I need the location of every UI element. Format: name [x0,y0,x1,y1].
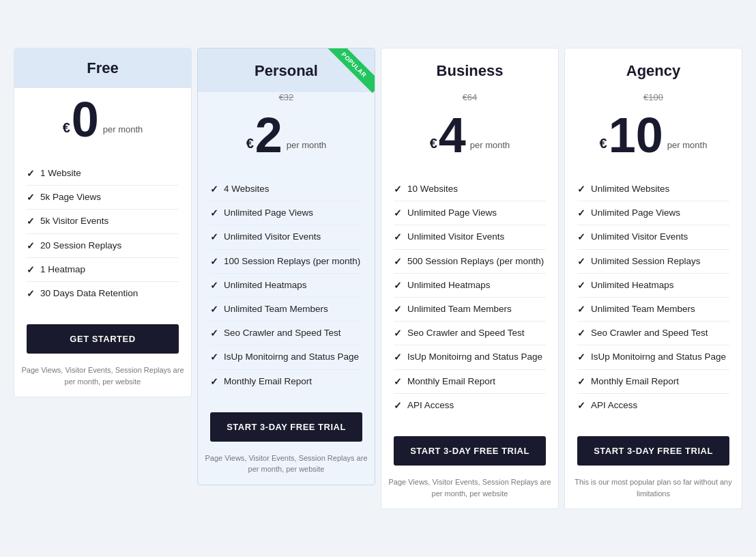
cta-button-agency[interactable]: START 3-DAY FREE TRIAL [577,436,729,466]
price-section-business: €4per month [394,104,546,162]
check-icon: ✓ [577,280,585,291]
feature-item: ✓Unlimited Heatmaps [394,274,546,298]
feature-item: ✓Monthly Email Report [210,370,362,393]
feature-item: ✓30 Days Data Retention [27,282,179,305]
feature-text: IsUp Monitoirng and Status Page [224,351,359,363]
check-icon: ✓ [394,328,402,339]
feature-text: Seo Crawler and Speed Test [591,327,708,339]
feature-item: ✓1 Website [27,162,179,186]
check-icon: ✓ [27,264,35,275]
per-month-free: per month [100,124,143,144]
cta-button-free[interactable]: GET STARTED [27,324,179,354]
check-icon: ✓ [577,352,585,362]
feature-item: ✓Monthly Email Report [577,370,729,394]
feature-text: API Access [591,399,637,412]
cta-section-free: GET STARTED [14,316,191,359]
plan-card-personal: POPULARPersonal€32€2per month✓4 Websites… [197,48,375,485]
check-icon: ✓ [577,376,585,387]
check-icon: ✓ [577,304,585,315]
per-month-business: per month [467,140,510,160]
feature-item: ✓Unlimited Team Members [577,298,729,322]
feature-text: Unlimited Session Replays [591,255,701,268]
feature-text: Unlimited Visitor Events [224,231,321,243]
feature-text: Unlimited Team Members [407,303,512,315]
price-section-free: €0per month [27,88,179,147]
check-icon: ✓ [27,192,35,203]
feature-item: ✓IsUp Monitoirng and Status Page [394,345,546,369]
check-icon: ✓ [394,400,402,411]
check-icon: ✓ [577,231,585,242]
feature-item: ✓API Access [394,394,546,417]
cta-button-business[interactable]: START 3-DAY FREE TRIAL [394,436,546,466]
feature-item: ✓10 Websites [394,177,546,201]
check-icon: ✓ [577,256,585,267]
check-icon: ✓ [394,304,402,315]
plan-header-free: Free [14,48,191,88]
feature-item: ✓Unlimited Visitor Events [577,225,729,249]
feature-text: Seo Crawler and Speed Test [407,327,525,339]
cta-section-business: START 3-DAY FREE TRIAL [381,428,558,471]
features-list-agency: ✓Unlimited Websites✓Unlimited Page Views… [565,167,742,428]
check-icon: ✓ [394,352,402,362]
original-price-business: €64 [394,92,546,102]
feature-item: ✓Unlimited Page Views [577,201,729,225]
pricing-container: Free€0per month✓1 Website✓5k Page Views✓… [14,48,742,509]
price-area-free: €0per month [14,88,191,151]
check-icon: ✓ [210,231,218,242]
plan-card-agency: Agency€100€10per month✓Unlimited Website… [564,48,742,509]
feature-text: 500 Session Replays (per month) [407,255,544,268]
features-list-free: ✓1 Website✓5k Page Views✓5k Visitor Even… [14,151,191,316]
price-amount-business: 4 [439,111,466,160]
feature-text: 4 Websites [224,183,270,195]
plan-name-agency: Agency [579,62,728,80]
feature-item: ✓Unlimited Heatmaps [210,274,362,298]
currency-agency: € [600,137,607,160]
feature-item: ✓Seo Crawler and Speed Test [210,322,362,345]
feature-item: ✓Seo Crawler and Speed Test [394,322,546,345]
plan-name-business: Business [395,62,544,80]
check-icon: ✓ [210,184,218,195]
check-icon: ✓ [394,184,402,195]
feature-text: Seo Crawler and Speed Test [224,327,341,339]
feature-item: ✓Unlimited Session Replays [577,250,729,274]
feature-item: ✓100 Session Replays (per month) [210,250,362,274]
feature-text: Unlimited Heatmaps [591,279,674,291]
feature-item: ✓Monthly Email Report [394,370,546,394]
price-section-agency: €10per month [577,104,729,162]
feature-text: Unlimited Heatmaps [407,279,491,291]
feature-item: ✓API Access [577,394,729,417]
feature-item: ✓IsUp Monitoirng and Status Page [577,345,729,369]
feature-text: Monthly Email Report [224,375,312,388]
price-amount-free: 0 [72,95,99,144]
cta-note-free: Page Views, Visitor Events, Session Repl… [14,359,191,397]
feature-text: Unlimited Page Views [407,207,497,219]
features-list-personal: ✓4 Websites✓Unlimited Page Views✓Unlimit… [198,167,375,404]
feature-item: ✓Unlimited Websites [577,177,729,201]
feature-item: ✓Unlimited Page Views [210,201,362,225]
feature-item: ✓1 Heatmap [27,258,179,282]
feature-item: ✓Unlimited Heatmaps [577,274,729,298]
check-icon: ✓ [577,328,585,339]
feature-text: Unlimited Page Views [591,207,680,219]
check-icon: ✓ [27,216,35,227]
feature-text: 5k Visitor Events [40,215,108,227]
features-list-business: ✓10 Websites✓Unlimited Page Views✓Unlimi… [381,167,558,428]
price-area-agency: €100€10per month [565,92,742,167]
currency-business: € [430,137,437,160]
cta-note-business: Page Views, Visitor Events, Session Repl… [381,471,558,509]
check-icon: ✓ [394,376,402,387]
price-section-personal: €2per month [210,104,362,162]
feature-text: 20 Session Replays [40,240,121,252]
cta-button-personal[interactable]: START 3-DAY FREE TRIAL [210,412,362,442]
check-icon: ✓ [27,288,35,299]
plan-header-business: Business [381,48,558,92]
feature-text: 100 Session Replays (per month) [224,255,360,268]
feature-text: 30 Days Data Retention [40,287,138,300]
check-icon: ✓ [394,256,402,267]
per-month-agency: per month [665,140,708,160]
plan-header-agency: Agency [565,48,742,92]
feature-text: IsUp Monitoirng and Status Page [591,351,726,363]
feature-item: ✓Unlimited Visitor Events [210,225,362,249]
price-area-business: €64€4per month [381,92,558,167]
feature-text: Monthly Email Report [407,375,495,388]
